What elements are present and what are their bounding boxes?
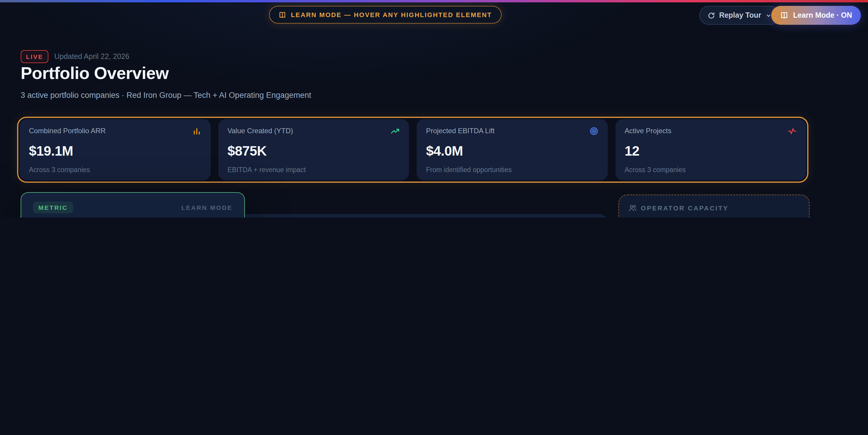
- replay-tour-button[interactable]: Replay Tour: [699, 6, 780, 25]
- kpi-card-ebitda-lift: Projected EBITDA Lift $4.0M From identif…: [416, 119, 608, 180]
- portfolio-dashboard: LEARN MODE — HOVER ANY HIGHLIGHTED ELEME…: [0, 0, 868, 218]
- kpi-label: Value Created (YTD): [227, 127, 293, 135]
- learn-mode-label: LEARN MODE: [181, 204, 232, 211]
- kpi-subtext: From identified opportunities: [426, 166, 598, 173]
- kpi-value: $875K: [227, 143, 400, 159]
- updated-timestamp: Updated April 22, 2026: [54, 53, 129, 61]
- operator-capacity-title: OPERATOR CAPACITY: [641, 204, 728, 211]
- trending-up-icon: [391, 127, 400, 136]
- metric-type-badge: METRIC: [33, 202, 73, 213]
- target-icon: [589, 127, 598, 136]
- page-subtitle: 3 active portfolio companies · Red Iron …: [21, 91, 311, 100]
- refresh-icon: [707, 11, 715, 19]
- activity-icon: [788, 127, 797, 136]
- top-gradient-bar: [0, 0, 868, 2]
- users-icon: [628, 204, 637, 212]
- bar-chart-icon: [192, 127, 201, 136]
- kpi-row-highlight[interactable]: Combined Portfolio ARR $19.1M Across 3 c…: [17, 117, 808, 183]
- learn-mode-popup: METRIC LEARN MODE EBITDA Earnings Before…: [21, 192, 245, 218]
- kpi-card-value-created: Value Created (YTD) $875K EBITDA + reven…: [218, 119, 409, 180]
- book-icon: [279, 11, 286, 19]
- learn-mode-toggle-label: Learn Mode · ON: [793, 11, 852, 20]
- chevron-down-icon: [765, 12, 772, 19]
- replay-tour-label: Replay Tour: [719, 11, 761, 20]
- learn-mode-banner: LEARN MODE — HOVER ANY HIGHLIGHTED ELEME…: [269, 6, 501, 24]
- kpi-label: Projected EBITDA Lift: [426, 127, 494, 135]
- page-title: Portfolio Overview: [21, 64, 169, 83]
- book-icon: [780, 11, 788, 20]
- kpi-subtext: EBITDA + revenue impact: [227, 166, 400, 173]
- kpi-value: $4.0M: [426, 143, 598, 159]
- kpi-value: 12: [625, 143, 797, 159]
- kpi-card-combined-arr: Combined Portfolio ARR $19.1M Across 3 c…: [20, 119, 210, 180]
- kpi-value: $19.1M: [29, 143, 201, 159]
- kpi-label: Active Projects: [625, 127, 672, 135]
- kpi-subtext: Across 3 companies: [29, 166, 201, 173]
- kpi-subtext: Across 3 companies: [625, 166, 797, 173]
- learn-mode-toggle-button[interactable]: Learn Mode · ON: [771, 6, 861, 25]
- kpi-label: Combined Portfolio ARR: [29, 127, 105, 135]
- kpi-card-active-projects: Active Projects 12 Across 3 companies: [615, 119, 806, 180]
- operator-capacity-panel[interactable]: OPERATOR CAPACITY 3 Companies 12 Project…: [618, 195, 810, 218]
- live-badge: LIVE: [21, 50, 49, 63]
- learn-mode-banner-label: LEARN MODE — HOVER ANY HIGHLIGHTED ELEME…: [291, 11, 492, 18]
